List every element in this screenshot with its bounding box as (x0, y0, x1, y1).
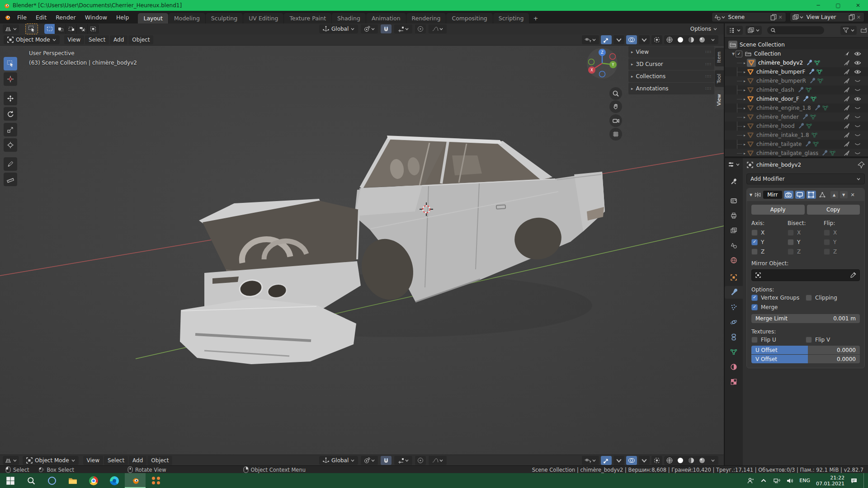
tool-measure[interactable] (4, 173, 17, 186)
properties-tab-modifiers[interactable] (725, 286, 743, 299)
taskbar-file-explorer[interactable] (62, 473, 83, 488)
taskbar-cortana[interactable] (42, 473, 62, 488)
xray-toggle[interactable] (651, 35, 662, 44)
selectable-icon[interactable] (843, 150, 850, 156)
pivot-point-dropdown[interactable] (361, 24, 378, 33)
sidebar-panel-view[interactable]: ▸ View∷∷ (628, 46, 714, 58)
gizmos-dropdown[interactable] (613, 456, 624, 465)
editor-type-button[interactable] (726, 160, 742, 169)
pan-hand-button[interactable] (609, 100, 622, 113)
hidden-icons-chevron[interactable] (760, 477, 767, 484)
selectable-icon[interactable] (843, 59, 850, 66)
visibility-eye-icon[interactable] (854, 141, 861, 148)
outliner-row[interactable]: ▸chimère_tailgate_glass (725, 149, 868, 156)
visibility-eye-icon[interactable] (854, 122, 861, 130)
tool-move[interactable] (4, 92, 17, 105)
outliner-row[interactable]: ▸chimère_hood (725, 122, 868, 131)
properties-tab-object[interactable] (725, 271, 743, 284)
menu-window[interactable]: Window (80, 12, 112, 23)
copy-scene-icon[interactable] (770, 14, 777, 21)
add-workspace-button[interactable]: + (529, 13, 542, 23)
tab-animation[interactable]: Animation (366, 13, 406, 23)
flip-v-checkbox[interactable]: Flip V (806, 337, 860, 343)
overlays-toggle[interactable] (626, 456, 637, 465)
properties-tab-tool[interactable] (725, 175, 743, 188)
selectable-icon[interactable] (843, 131, 850, 139)
axis-y-checkbox[interactable]: Y (751, 239, 788, 245)
gizmos-toggle[interactable] (601, 456, 612, 465)
selectable-icon[interactable] (843, 95, 850, 103)
shading-solid[interactable] (675, 456, 686, 465)
view-layer-name[interactable]: View Layer (804, 14, 848, 20)
merge-limit-slider[interactable]: Merge Limit 0.001 m (751, 314, 860, 323)
collection-checkbox[interactable]: ✓ (736, 51, 742, 57)
tab-sculpting[interactable]: Sculpting (206, 13, 243, 23)
properties-tab-physics[interactable] (725, 316, 743, 328)
selectable-icon[interactable] (843, 113, 850, 121)
gizmos-dropdown[interactable] (613, 35, 624, 44)
mode-dropdown[interactable]: Object Mode (23, 456, 79, 465)
clipping-checkbox[interactable]: Clipping (806, 295, 860, 301)
copy-button[interactable]: Copy (807, 205, 860, 215)
shading-dropdown[interactable] (708, 35, 718, 44)
outliner-row[interactable]: ▸chimère_dash (725, 85, 868, 94)
taskbar-app-orange[interactable] (146, 473, 166, 488)
viewport-menu-select[interactable]: Select (104, 456, 128, 465)
tool-cursor[interactable] (4, 72, 17, 86)
cage-toggle[interactable] (818, 191, 827, 199)
tab-shading[interactable]: Shading (332, 13, 366, 23)
outliner-row[interactable]: ▸chimère_bodyv2 (725, 58, 868, 67)
outliner-row[interactable]: ▸chimère_engine_1.8 (725, 103, 868, 113)
visibility-eye-icon[interactable] (854, 86, 861, 94)
properties-tab-object-data[interactable] (725, 346, 743, 358)
navigation-gizmo[interactable]: ZXY (586, 47, 618, 82)
search-input[interactable] (778, 27, 816, 33)
visibility-eye-icon[interactable] (854, 131, 861, 139)
selectable-icon[interactable] (843, 141, 850, 148)
viewport-menu-view[interactable]: View (64, 35, 84, 44)
proportional-editing-toggle[interactable] (415, 456, 426, 465)
viewport-menu-add[interactable]: Add (129, 456, 146, 465)
outliner-row[interactable]: ▸chimère_door_F (725, 94, 868, 103)
properties-tab-view-layer[interactable] (725, 224, 743, 237)
outliner-search[interactable] (767, 26, 824, 34)
outliner-row[interactable]: ▸chimère_bumperF (725, 67, 868, 76)
snap-toggle[interactable] (381, 24, 392, 33)
viewport-3d[interactable]: Object Mode ViewSelectAddObject User Per… (0, 34, 724, 455)
copy-view-layer-icon[interactable] (848, 14, 855, 21)
selectable-icon[interactable] (843, 77, 850, 84)
proportional-editing-toggle[interactable] (415, 24, 426, 33)
maximize-button[interactable]: ▢ (828, 0, 848, 11)
menu-render[interactable]: Render (51, 12, 80, 23)
filter-view-layer-button[interactable] (745, 26, 762, 35)
people-icon[interactable] (747, 477, 754, 484)
tool-rotate[interactable] (4, 107, 17, 121)
visibility-eye-icon[interactable] (854, 104, 861, 112)
sidebar-tab-item[interactable]: Item (715, 48, 724, 66)
close-button[interactable]: ✕ (848, 0, 868, 11)
ortho-toggle-button[interactable] (609, 128, 622, 141)
tab-texture-paint[interactable]: Texture Paint (284, 13, 331, 23)
shading-rendered[interactable] (697, 35, 708, 44)
sidebar-tab-view[interactable]: View (715, 90, 724, 109)
snap-with-dropdown[interactable] (394, 456, 412, 465)
axis-z-checkbox[interactable]: Z (751, 249, 788, 255)
tool-scale[interactable] (4, 123, 17, 136)
editmode-toggle[interactable] (807, 191, 816, 199)
shading-wireframe[interactable] (664, 35, 675, 44)
view-layer-selector[interactable]: View Layer ✕ (790, 12, 864, 22)
minimize-button[interactable]: ─ (808, 0, 828, 11)
bisect-y-checkbox[interactable]: Y (788, 239, 824, 245)
expand-icon[interactable]: ▼ (750, 193, 752, 197)
viewport-menu-view[interactable]: View (83, 456, 103, 465)
pivot-point-dropdown[interactable] (361, 456, 378, 465)
menu-help[interactable]: Help (112, 12, 134, 23)
taskbar-blender[interactable] (125, 473, 146, 488)
overlays-toggle[interactable] (626, 35, 637, 44)
editor-type-button[interactable] (3, 456, 19, 465)
tool-transform[interactable] (4, 138, 17, 152)
visibility-eye-icon[interactable] (854, 68, 861, 75)
properties-tab-constraints[interactable] (725, 331, 743, 343)
taskbar-start[interactable] (0, 473, 21, 488)
editor-type-button[interactable] (3, 24, 19, 33)
